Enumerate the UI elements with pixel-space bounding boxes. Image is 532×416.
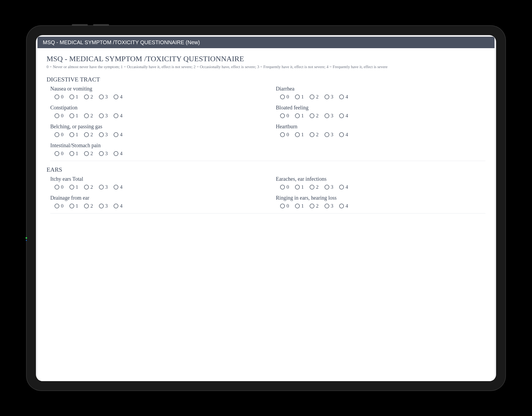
radio-icon[interactable] — [114, 132, 118, 137]
radio-option[interactable]: 3 — [325, 113, 334, 119]
radio-icon[interactable] — [69, 113, 74, 118]
radio-icon[interactable] — [295, 94, 300, 99]
radio-option[interactable]: 1 — [295, 184, 304, 190]
radio-icon[interactable] — [84, 94, 89, 99]
radio-option[interactable]: 0 — [55, 113, 64, 119]
radio-option[interactable]: 0 — [55, 151, 64, 156]
radio-icon[interactable] — [55, 204, 59, 208]
radio-option[interactable]: 3 — [325, 94, 334, 100]
radio-icon[interactable] — [280, 94, 285, 99]
radio-icon[interactable] — [280, 204, 285, 208]
radio-icon[interactable] — [325, 204, 329, 208]
radio-option[interactable]: 3 — [325, 184, 334, 190]
volume-up-button[interactable] — [72, 24, 88, 26]
radio-option[interactable]: 3 — [99, 94, 108, 100]
radio-option[interactable]: 0 — [280, 113, 289, 119]
radio-option[interactable]: 0 — [55, 203, 64, 209]
radio-option[interactable]: 2 — [84, 184, 93, 190]
radio-icon[interactable] — [339, 185, 344, 190]
radio-icon[interactable] — [280, 113, 285, 118]
radio-icon[interactable] — [99, 185, 104, 190]
radio-icon[interactable] — [69, 185, 74, 190]
radio-icon[interactable] — [310, 185, 314, 190]
volume-down-button[interactable] — [93, 24, 109, 26]
radio-icon[interactable] — [339, 113, 344, 118]
radio-option[interactable]: 0 — [280, 94, 289, 100]
radio-icon[interactable] — [55, 113, 59, 118]
radio-icon[interactable] — [310, 132, 314, 137]
radio-icon[interactable] — [325, 132, 329, 137]
radio-option[interactable]: 4 — [339, 113, 348, 119]
radio-option[interactable]: 2 — [84, 151, 93, 156]
radio-option[interactable]: 1 — [69, 132, 78, 138]
radio-icon[interactable] — [114, 185, 118, 190]
radio-option[interactable]: 3 — [99, 203, 108, 209]
radio-icon[interactable] — [69, 94, 74, 99]
radio-option[interactable]: 2 — [84, 94, 93, 100]
radio-icon[interactable] — [99, 151, 104, 156]
radio-icon[interactable] — [69, 204, 74, 208]
radio-option[interactable]: 1 — [69, 94, 78, 100]
radio-icon[interactable] — [295, 204, 300, 208]
radio-icon[interactable] — [99, 113, 104, 118]
radio-icon[interactable] — [55, 151, 59, 156]
radio-icon[interactable] — [325, 94, 329, 99]
radio-option[interactable]: 0 — [55, 94, 64, 100]
radio-icon[interactable] — [55, 185, 59, 190]
radio-icon[interactable] — [339, 132, 344, 137]
radio-icon[interactable] — [84, 132, 89, 137]
radio-icon[interactable] — [55, 94, 59, 99]
radio-option[interactable]: 2 — [84, 203, 93, 209]
radio-option[interactable]: 4 — [114, 94, 123, 100]
radio-option[interactable]: 1 — [69, 113, 78, 119]
radio-icon[interactable] — [69, 151, 74, 156]
radio-option[interactable]: 1 — [69, 184, 78, 190]
radio-icon[interactable] — [84, 113, 89, 118]
radio-option[interactable]: 1 — [295, 203, 304, 209]
radio-option[interactable]: 2 — [310, 132, 319, 138]
radio-icon[interactable] — [114, 151, 118, 156]
radio-option[interactable]: 3 — [99, 184, 108, 190]
radio-icon[interactable] — [69, 132, 74, 137]
radio-option[interactable]: 2 — [84, 132, 93, 138]
radio-option[interactable]: 4 — [114, 203, 123, 209]
radio-icon[interactable] — [114, 94, 118, 99]
radio-icon[interactable] — [99, 204, 104, 208]
radio-option[interactable]: 3 — [325, 203, 334, 209]
radio-option[interactable]: 1 — [69, 151, 78, 156]
radio-icon[interactable] — [280, 185, 285, 190]
radio-icon[interactable] — [280, 132, 285, 137]
radio-icon[interactable] — [295, 132, 300, 137]
radio-icon[interactable] — [114, 204, 118, 208]
radio-option[interactable]: 4 — [114, 151, 123, 156]
radio-option[interactable]: 4 — [339, 94, 348, 100]
radio-option[interactable]: 1 — [295, 113, 304, 119]
radio-icon[interactable] — [310, 204, 314, 208]
radio-option[interactable]: 4 — [114, 132, 123, 138]
radio-option[interactable]: 0 — [280, 184, 289, 190]
radio-icon[interactable] — [325, 113, 329, 118]
radio-option[interactable]: 1 — [69, 203, 78, 209]
radio-option[interactable]: 4 — [339, 132, 348, 138]
radio-option[interactable]: 2 — [310, 113, 319, 119]
radio-icon[interactable] — [295, 185, 300, 190]
radio-icon[interactable] — [325, 185, 329, 190]
radio-option[interactable]: 2 — [310, 203, 319, 209]
radio-option[interactable]: 3 — [99, 113, 108, 119]
radio-icon[interactable] — [310, 113, 314, 118]
radio-icon[interactable] — [84, 185, 89, 190]
radio-option[interactable]: 0 — [280, 203, 289, 209]
radio-option[interactable]: 3 — [99, 151, 108, 156]
radio-option[interactable]: 1 — [295, 94, 304, 100]
radio-icon[interactable] — [99, 132, 104, 137]
radio-icon[interactable] — [339, 94, 344, 99]
radio-option[interactable]: 0 — [280, 132, 289, 138]
radio-option[interactable]: 3 — [99, 132, 108, 138]
radio-option[interactable]: 2 — [310, 94, 319, 100]
radio-icon[interactable] — [114, 113, 118, 118]
radio-icon[interactable] — [55, 132, 59, 137]
radio-icon[interactable] — [84, 204, 89, 208]
radio-option[interactable]: 3 — [325, 132, 334, 138]
radio-option[interactable]: 1 — [295, 132, 304, 138]
radio-option[interactable]: 4 — [339, 184, 348, 190]
